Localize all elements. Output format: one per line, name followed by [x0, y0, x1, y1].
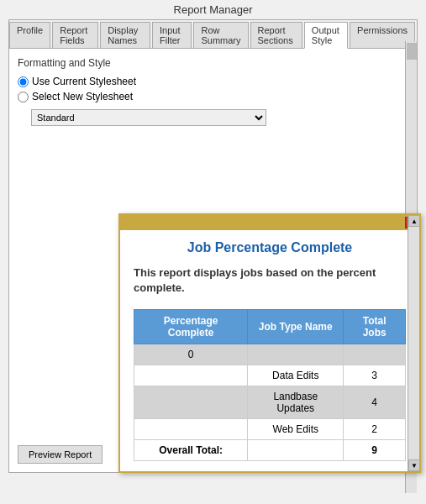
tab-report-sections[interactable]: Report Sections — [250, 22, 302, 48]
radio-select-new-input[interactable] — [18, 92, 29, 102]
tab-bar: Profile Report Fields Display Names Inpu… — [9, 20, 417, 49]
cell-jobtype-3: Web Edits — [248, 419, 344, 440]
cell-jobtype-2: Landbase Updates — [248, 386, 344, 419]
section-title: Formatting and Style — [18, 57, 408, 69]
scrollbar-thumb[interactable] — [407, 43, 417, 60]
tab-output-style[interactable]: Output Style — [304, 22, 348, 49]
tab-profile[interactable]: Profile — [9, 22, 50, 48]
main-window: Profile Report Fields Display Names Inpu… — [8, 19, 418, 473]
footer-total: 9 — [344, 440, 406, 461]
cell-total-3: 2 — [344, 419, 406, 440]
table-row: Landbase Updates 4 — [134, 386, 406, 419]
cell-percentage-1 — [134, 365, 248, 386]
cell-percentage-3 — [134, 419, 248, 440]
cell-jobtype-0 — [248, 344, 344, 365]
popup-scroll-down[interactable]: ▼ — [408, 459, 420, 471]
footer-label: Overall Total: — [134, 440, 248, 461]
tab-input-filter[interactable]: Input Filter — [152, 22, 192, 48]
radio-group: Use Current Stylesheet Select New Styles… — [18, 76, 408, 102]
tab-row-summary[interactable]: Row Summary — [193, 22, 248, 48]
popup-content: Job Percentage Complete This report disp… — [120, 230, 419, 471]
dropdown-row: Standard — [31, 109, 408, 126]
col-header-percentage: Percentage Complete — [134, 310, 248, 344]
app-title: Report Manager — [174, 3, 253, 16]
popup-scroll-up[interactable]: ▲ — [408, 215, 420, 227]
content-area: Formatting and Style Use Current Stylesh… — [9, 49, 417, 134]
popup-titlebar: x — [120, 215, 419, 230]
popup-window: x Job Percentage Complete This report di… — [118, 213, 421, 473]
tab-report-fields[interactable]: Report Fields — [52, 22, 98, 48]
col-header-job-type: Job Type Name — [248, 310, 344, 344]
radio-use-current[interactable]: Use Current Stylesheet — [18, 76, 408, 87]
table-row: Web Edits 2 — [134, 419, 406, 440]
cell-jobtype-1: Data Edits — [248, 365, 344, 386]
cell-total-1: 3 — [344, 365, 406, 386]
table-row: 0 — [134, 344, 406, 365]
radio-select-new-label: Select New Stylesheet — [32, 91, 133, 102]
table-header-row: Percentage Complete Job Type Name Total … — [134, 310, 406, 344]
radio-use-current-label: Use Current Stylesheet — [32, 76, 136, 87]
cell-percentage-0: 0 — [134, 344, 248, 365]
table-row: Data Edits 3 — [134, 365, 406, 386]
table-footer-row: Overall Total: 9 — [134, 440, 406, 461]
radio-select-new[interactable]: Select New Stylesheet — [18, 91, 408, 102]
popup-title: Job Percentage Complete — [134, 240, 406, 255]
popup-description: This report displays jobs based on the p… — [134, 265, 406, 296]
cell-total-2: 4 — [344, 386, 406, 419]
preview-report-button[interactable]: Preview Report — [18, 445, 103, 464]
cell-total-0 — [344, 344, 406, 365]
title-bar: Report Manager — [0, 0, 426, 19]
footer-empty — [248, 440, 344, 461]
tab-display-names[interactable]: Display Names — [100, 22, 150, 48]
cell-percentage-2 — [134, 386, 248, 419]
report-table: Percentage Complete Job Type Name Total … — [134, 309, 406, 461]
radio-use-current-input[interactable] — [18, 76, 29, 87]
popup-scrollbar[interactable]: ▲ ▼ — [408, 215, 419, 471]
col-header-total-jobs: Total Jobs — [344, 310, 406, 344]
stylesheet-dropdown[interactable]: Standard — [31, 109, 266, 126]
